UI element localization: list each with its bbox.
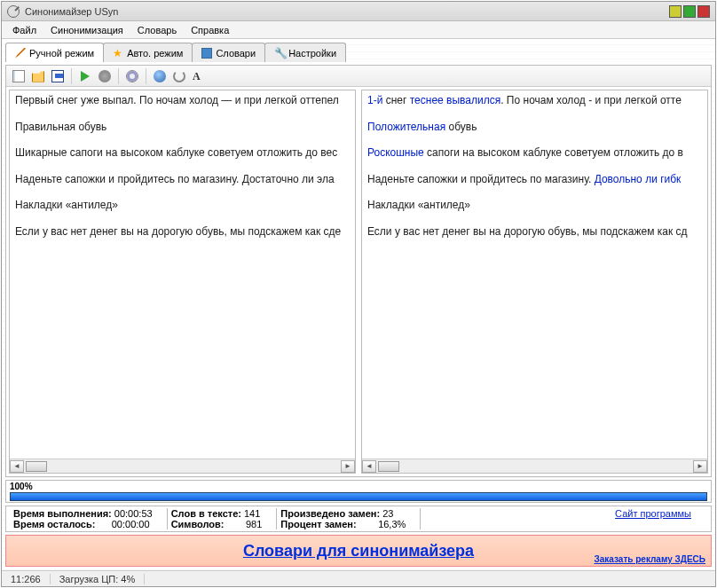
window-controls <box>669 5 710 18</box>
main-panel: A Первый снег уже выпал. По ночам холод … <box>5 65 712 477</box>
globe-icon <box>154 70 166 82</box>
statusbar: 11:266 Загрузка ЦП: 4% <box>2 570 715 586</box>
status-cpu: Загрузка ЦП: 4% <box>51 574 146 584</box>
save-button[interactable] <box>49 67 67 85</box>
status-position: 11:266 <box>2 574 51 584</box>
star-icon: ★ <box>113 48 123 59</box>
stats-block: Время выполнения: 00:00:53 Время осталос… <box>5 506 712 532</box>
progress-block: 100% <box>5 480 712 503</box>
web-button[interactable] <box>151 67 169 85</box>
separator <box>146 68 146 84</box>
menubar: Файл Синонимизация Словарь Справка <box>2 21 715 39</box>
program-site-link[interactable]: Сайт программы <box>615 508 691 519</box>
stop-icon <box>98 70 111 82</box>
separator <box>118 68 119 84</box>
tabstrip: Ручной режим ★Авто. режим Словари 🔧Настр… <box>5 43 712 62</box>
close-button[interactable] <box>697 5 710 18</box>
source-pane: Первый снег уже выпал. По ночам холод — … <box>9 90 356 474</box>
window-title: Синонимайзер USyn <box>25 6 669 17</box>
book-icon <box>201 48 212 59</box>
progress-label: 100% <box>10 482 707 491</box>
pencil-icon <box>15 48 26 59</box>
source-text[interactable]: Первый снег уже выпал. По ночам холод — … <box>10 90 355 459</box>
tab-auto[interactable]: ★Авто. режим <box>103 43 193 62</box>
maximize-button[interactable] <box>683 5 696 18</box>
result-hscroll[interactable]: ◄ ► <box>362 459 707 473</box>
stats-repl: Произведено замен: 23 Процент замен: 16,… <box>277 508 421 529</box>
menu-file[interactable]: Файл <box>5 23 43 37</box>
open-icon <box>32 70 44 82</box>
wrench-icon: 🔧 <box>274 48 285 59</box>
scroll-thumb[interactable] <box>378 461 399 472</box>
sync-button[interactable] <box>170 67 188 85</box>
disk-icon <box>126 70 138 82</box>
splitter: Первый снег уже выпал. По ночам холод — … <box>6 87 711 476</box>
titlebar: Синонимайзер USyn <box>2 2 715 21</box>
scroll-right-icon[interactable]: ► <box>341 460 355 473</box>
export-button[interactable] <box>123 67 141 85</box>
stats-words: Слов в тексте: 141 Символов: 981 <box>168 508 278 529</box>
tab-manual[interactable]: Ручной режим <box>5 43 104 62</box>
font-icon: A <box>193 70 205 82</box>
sync-icon <box>173 70 185 82</box>
menu-help[interactable]: Справка <box>184 23 236 37</box>
source-hscroll[interactable]: ◄ ► <box>10 459 355 473</box>
save-icon <box>51 70 64 82</box>
tab-settings[interactable]: 🔧Настройки <box>264 43 346 62</box>
ad-main-link[interactable]: Словари для синонимайзера <box>243 542 474 561</box>
stats-time: Время выполнения: 00:00:53 Время осталос… <box>12 508 168 529</box>
tab-dictionaries[interactable]: Словари <box>192 43 265 62</box>
open-button[interactable] <box>29 67 47 85</box>
result-pane: 1-й снег теснее вывалился. По ночам холо… <box>361 90 708 474</box>
minimize-button[interactable] <box>669 5 682 18</box>
result-text[interactable]: 1-й снег теснее вывалился. По ночам холо… <box>362 90 707 459</box>
separator <box>71 68 72 84</box>
new-button[interactable] <box>10 67 28 85</box>
scroll-right-icon[interactable]: ► <box>693 460 707 473</box>
stats-link: Сайт программы <box>421 508 705 529</box>
app-window: Синонимайзер USyn Файл Синонимизация Сло… <box>1 1 716 587</box>
new-icon <box>12 70 25 82</box>
menu-dict[interactable]: Словарь <box>130 23 184 37</box>
scroll-thumb[interactable] <box>26 461 47 472</box>
play-icon <box>81 71 90 82</box>
app-icon <box>7 5 20 18</box>
scroll-left-icon[interactable]: ◄ <box>10 460 24 473</box>
ad-order-link[interactable]: Заказать рекламу ЗДЕСЬ <box>594 554 705 564</box>
menu-synon[interactable]: Синонимизация <box>43 23 130 37</box>
run-button[interactable] <box>76 67 94 85</box>
scroll-left-icon[interactable]: ◄ <box>362 460 376 473</box>
toolbar: A <box>6 66 711 87</box>
progress-bar <box>10 492 707 501</box>
ad-banner: Словари для синонимайзера Заказать рекла… <box>5 535 712 567</box>
client-area: Ручной режим ★Авто. режим Словари 🔧Настр… <box>2 39 715 570</box>
font-button[interactable]: A <box>190 67 208 85</box>
stop-button[interactable] <box>96 67 114 85</box>
